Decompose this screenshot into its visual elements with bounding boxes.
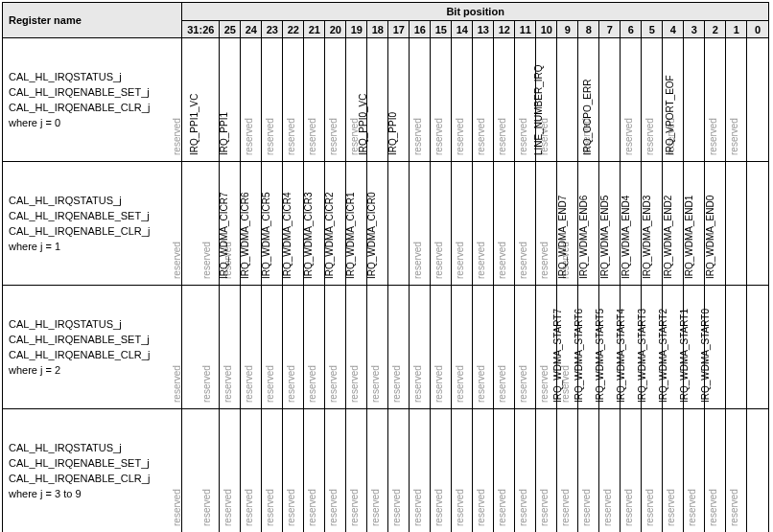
bit-header-24: 24 — [241, 21, 262, 38]
register-name-line: where j = 1 — [9, 239, 176, 254]
bit-header-0: 0 — [747, 21, 769, 38]
bit-header-18: 18 — [367, 21, 388, 38]
register-name-line: CAL_HL_IRQSTATUS_j — [9, 193, 176, 208]
reserved-label: reserved — [475, 365, 485, 403]
reserved-label: reserved — [264, 118, 274, 155]
register-name-line: CAL_HL_IRQENABLE_CLR_j — [9, 223, 176, 239]
bit-cell: reserved — [367, 38, 388, 162]
bit-field-label: IRQ_WDMA_CICR6 — [240, 192, 250, 279]
reserved-label: reserved — [172, 489, 182, 526]
reserved-label: reserved — [517, 489, 527, 526]
bit-header-22: 22 — [283, 21, 304, 38]
reserved-label: reserved — [454, 489, 464, 526]
reserved-label: reserved — [622, 118, 633, 155]
reserved-label: reserved — [496, 489, 506, 526]
reserved-label: reserved — [411, 489, 422, 526]
register-name-line: CAL_HL_IRQSTATUS_j — [9, 440, 176, 455]
bit-field-label: IRQ_WDMA_START6 — [574, 309, 584, 403]
reserved-label: reserved — [411, 365, 422, 403]
reserved-label: reserved — [264, 489, 274, 526]
bit-field-label: IRQ_WDMA_END7 — [557, 196, 568, 279]
register-name-cell: CAL_HL_IRQSTATUS_jCAL_HL_IRQENABLE_SET_j… — [3, 409, 182, 533]
bit-header-31:26: 31:26 — [182, 21, 220, 38]
reserved-label: reserved — [369, 489, 380, 526]
table-row: CAL_HL_IRQSTATUS_jCAL_HL_IRQENABLE_SET_j… — [3, 38, 769, 162]
reserved-label: reserved — [200, 489, 211, 526]
bit-header-16: 16 — [410, 21, 431, 38]
bit-field-label: IRQ_PPI1_VC — [189, 94, 199, 155]
bit-field-label: IRQ_VPORT_EOF — [665, 75, 675, 155]
bit-header-12: 12 — [494, 21, 515, 38]
bit-field-label: IRQ_WDMA_END6 — [578, 196, 589, 279]
bit-cell: reserved — [599, 38, 621, 162]
reserved-label: reserved — [327, 489, 338, 526]
reserved-label: reserved — [369, 365, 380, 403]
reserved-label: reserved — [327, 365, 338, 403]
bit-field-label: IRQ_PPI1 — [219, 112, 229, 155]
bit-header-13: 13 — [473, 21, 494, 38]
bit-cell: IRQ_WDMA_END1 — [726, 162, 747, 286]
bit-header-15: 15 — [431, 21, 452, 38]
reserved-label: reserved — [538, 365, 549, 403]
table-row: CAL_HL_IRQSTATUS_jCAL_HL_IRQENABLE_SET_j… — [3, 286, 769, 409]
register-name-line: where j = 0 — [9, 115, 176, 130]
bit-field-label: IRQ_WDMA_CICR0 — [366, 192, 377, 279]
reserved-label: reserved — [538, 489, 549, 526]
bit-field-label: IRQ_WDMA_CICR3 — [303, 192, 314, 279]
reserved-label: reserved — [475, 242, 485, 279]
bit-field-label: IRQ_OCPO_ERR — [582, 80, 593, 155]
bit-field-label: IRQ_WDMA_START4 — [616, 309, 626, 403]
reserved-label: reserved — [601, 489, 612, 526]
reserved-label: reserved — [707, 489, 717, 526]
reserved-label: reserved — [433, 242, 443, 279]
bit-cell: IRQ_WDMA_END0 — [747, 162, 769, 286]
reserved-label: reserved — [686, 489, 696, 526]
reserved-label: reserved — [306, 365, 316, 403]
bit-header-10: 10 — [536, 21, 557, 38]
reserved-label: reserved — [729, 489, 739, 526]
bit-header-3: 3 — [684, 21, 705, 38]
register-name-line: CAL_HL_IRQSTATUS_j — [9, 69, 176, 84]
register-name-line: CAL_HL_IRQENABLE_CLR_j — [9, 347, 176, 362]
bit-cell: reserved — [747, 38, 769, 162]
bit-header-11: 11 — [515, 21, 536, 38]
col-header-register-name: Register name — [3, 3, 182, 38]
reserved-label: reserved — [517, 242, 527, 279]
bit-header-9: 9 — [557, 21, 578, 38]
bit-header-8: 8 — [578, 21, 599, 38]
reserved-label: reserved — [200, 365, 211, 403]
bit-header-5: 5 — [642, 21, 663, 38]
table-row: CAL_HL_IRQSTATUS_jCAL_HL_IRQENABLE_SET_j… — [3, 162, 769, 286]
bit-field-label: IRQ_WDMA_END0 — [706, 196, 716, 279]
bit-field-label: IRQ_WDMA_CICR2 — [324, 192, 335, 279]
bit-cell: IRQ_WDMA_START1 — [726, 286, 747, 409]
reserved-label: reserved — [580, 489, 591, 526]
table-row: CAL_HL_IRQSTATUS_jCAL_HL_IRQENABLE_SET_j… — [3, 409, 769, 533]
register-name-line: where j = 2 — [9, 362, 176, 378]
reserved-label: reserved — [264, 365, 274, 403]
bit-field-label: IRQ_WDMA_START7 — [552, 309, 563, 403]
bit-header-21: 21 — [304, 21, 325, 38]
bit-cell: reserved — [684, 38, 705, 162]
reserved-label: reserved — [475, 118, 485, 155]
bit-field-label: IRQ_PPI0_VC — [358, 94, 368, 155]
reserved-label: reserved — [433, 365, 443, 403]
reserved-label: reserved — [454, 242, 464, 279]
reserved-label: reserved — [433, 118, 443, 155]
reserved-label: reserved — [454, 365, 464, 403]
reserved-label: reserved — [285, 118, 295, 155]
reserved-label: reserved — [285, 365, 295, 403]
register-name-cell: CAL_HL_IRQSTATUS_jCAL_HL_IRQENABLE_SET_j… — [3, 162, 182, 286]
reserved-label: reserved — [665, 489, 675, 526]
reserved-label: reserved — [172, 242, 182, 279]
register-bit-table: Register name Bit position 31:2625242322… — [2, 2, 769, 532]
bit-header-17: 17 — [388, 21, 410, 38]
bit-field-label: IRQ_WDMA_START2 — [658, 309, 668, 403]
bit-cell: reserved — [182, 38, 220, 162]
bit-field-label: IRQ_WDMA_END1 — [684, 196, 694, 279]
bit-header-7: 7 — [599, 21, 621, 38]
register-name-cell: CAL_HL_IRQSTATUS_jCAL_HL_IRQENABLE_SET_j… — [3, 38, 182, 162]
reserved-label: reserved — [243, 489, 253, 526]
register-name-line: CAL_HL_IRQENABLE_SET_j — [9, 208, 176, 223]
bit-cell: reserved — [747, 409, 769, 533]
